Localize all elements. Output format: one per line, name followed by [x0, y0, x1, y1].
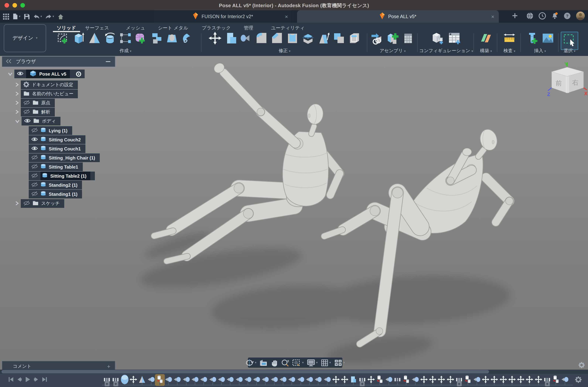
browser-item-box[interactable]: 解析 [21, 108, 55, 116]
eye-icon[interactable] [23, 99, 30, 107]
browser-item-1[interactable]: ドキュメントの設定 [15, 81, 78, 89]
timeline-group-expand[interactable]: + [113, 381, 118, 386]
redo-icon[interactable]: ▾ [45, 14, 54, 19]
timeline-feature-copy[interactable] [552, 375, 560, 384]
construct-plane-icon[interactable] [480, 32, 492, 46]
group-label-コンフィギュレーション[interactable]: コンフィギュレーション ▾ [419, 48, 474, 54]
create-sketch-icon[interactable] [57, 32, 70, 46]
body-box[interactable]: Sitting Table2 (1) [29, 172, 95, 180]
step-forward-button[interactable] [34, 377, 39, 384]
timeline-group-expand[interactable]: + [360, 381, 365, 386]
timeline-feature-offset[interactable] [561, 375, 569, 384]
revolve-icon[interactable] [104, 32, 116, 46]
timeline-feature-offset[interactable] [384, 375, 393, 384]
chevron-down-icon[interactable] [15, 118, 20, 125]
browser-item-5[interactable]: ボディ [15, 117, 61, 126]
chevron-right-icon[interactable] [15, 200, 19, 207]
timeline-feature-offset[interactable] [279, 375, 287, 384]
timeline-feature-offset[interactable] [252, 375, 261, 384]
press-pull-icon[interactable] [224, 32, 237, 46]
timeline-feature-offset[interactable] [191, 375, 199, 384]
viewcube[interactable]: Y 前 右 Z X [547, 61, 588, 99]
combine-icon[interactable] [332, 32, 345, 46]
3d-viewport[interactable] [0, 56, 588, 387]
create-form-icon[interactable] [135, 32, 147, 46]
configure-icon[interactable] [430, 32, 445, 46]
timeline-feature-offset[interactable] [182, 375, 190, 384]
timeline-feature-move[interactable] [482, 375, 490, 384]
group-label-アセンブリ[interactable]: アセンブリ ▾ [368, 48, 417, 54]
orbit-icon[interactable]: ▾ [245, 359, 256, 366]
timeline-feature-offset[interactable] [226, 375, 234, 384]
body-box[interactable]: Sitting Couch1 [29, 144, 85, 153]
timeline-feature-offset[interactable] [209, 375, 217, 384]
timeline-feature-offset[interactable] [261, 375, 270, 384]
timeline-feature-presspull[interactable] [349, 375, 358, 384]
timeline-feature-move[interactable] [367, 375, 375, 384]
eye-icon[interactable] [31, 145, 38, 152]
pan-icon[interactable] [271, 359, 278, 366]
browser-body-row[interactable]: Sitting Couch2 [29, 135, 85, 144]
doc-tab-active[interactable]: Pose ALL v5* × [297, 10, 499, 23]
viewcube-front-face[interactable]: 前 [555, 80, 562, 87]
browser-item-sketch[interactable]: スケッチ [15, 199, 64, 208]
canvas-settings-gear-icon[interactable] [579, 362, 585, 370]
loft-icon[interactable] [166, 32, 178, 46]
eye-icon[interactable] [31, 163, 38, 171]
timeline-feature-move[interactable] [332, 375, 340, 384]
timeline-feature-halfcone[interactable] [138, 375, 146, 384]
chevron-down-icon[interactable] [8, 70, 12, 77]
timeline-feature-offset[interactable] [235, 375, 243, 384]
timeline-feature-move[interactable] [499, 375, 507, 384]
eye-icon[interactable] [31, 127, 38, 134]
browser-body-row[interactable]: Lying (1) [29, 126, 72, 135]
timeline-feature-copy[interactable] [376, 375, 384, 384]
browser-body-row[interactable]: Sitting Couch1 [29, 144, 85, 153]
timeline-feature-offset[interactable] [147, 375, 155, 384]
shell-icon[interactable] [286, 32, 299, 46]
save-icon[interactable] [24, 13, 30, 20]
timeline-feature-offset[interactable] [323, 375, 331, 384]
timeline-feature-sphere[interactable] [120, 375, 129, 384]
timeline-feature-offset[interactable] [173, 375, 182, 384]
timeline-feature-copy[interactable] [156, 375, 164, 384]
body-box[interactable]: Sitting Couch2 [29, 135, 85, 144]
joint-table-icon[interactable] [402, 32, 415, 46]
timeline-feature-offset[interactable] [217, 375, 226, 384]
body-box[interactable]: Sitting Table1 [29, 163, 83, 171]
viewports-icon[interactable]: ▾ [334, 359, 345, 366]
chamfer-icon[interactable] [270, 32, 283, 46]
add-comment-button[interactable]: + [107, 363, 110, 369]
user-avatar[interactable] [576, 11, 585, 22]
sweep-icon[interactable] [150, 32, 163, 46]
timeline-feature-move[interactable] [517, 375, 525, 384]
zoom-icon[interactable]: ± [281, 359, 290, 366]
timeline-feature-offset[interactable] [164, 375, 173, 384]
browser-item-3[interactable]: 原点 [15, 99, 55, 107]
pipe-icon[interactable] [181, 32, 194, 46]
browser-item-4[interactable]: 解析 [15, 108, 55, 116]
extrude-icon[interactable] [73, 32, 85, 46]
timeline-feature-offset[interactable] [411, 375, 419, 384]
look-at-icon[interactable] [259, 359, 268, 366]
browser-item-2[interactable]: 名前の付いたビュー [15, 89, 78, 98]
timeline-feature-pattern[interactable] [393, 375, 402, 384]
body-box[interactable]: Standing2 (1) [29, 181, 82, 189]
grid-display-icon[interactable]: ▾ [321, 359, 331, 366]
pattern-rect-icon[interactable] [119, 32, 132, 46]
fillet-icon[interactable] [255, 32, 268, 46]
timeline-feature-move[interactable] [508, 375, 516, 384]
browser-body-row[interactable]: Standing1 (1) [29, 190, 82, 198]
skip-start-button[interactable] [8, 377, 14, 384]
group-label-挿入[interactable]: 挿入 ▾ [522, 48, 558, 54]
group-label-検査[interactable]: 検査 ▾ [498, 48, 520, 54]
viewcube-right-face[interactable]: 右 [572, 79, 579, 86]
play-button[interactable] [25, 376, 31, 384]
insert-canvas-icon[interactable] [541, 32, 554, 46]
eye-icon[interactable] [24, 117, 31, 125]
notifications-icon[interactable] [551, 12, 559, 21]
timeline-feature-offset[interactable] [288, 375, 296, 384]
browser-item-box[interactable]: 原点 [21, 99, 55, 107]
body-box[interactable]: Standing1 (1) [29, 190, 82, 198]
chevron-right-icon[interactable] [15, 109, 19, 115]
